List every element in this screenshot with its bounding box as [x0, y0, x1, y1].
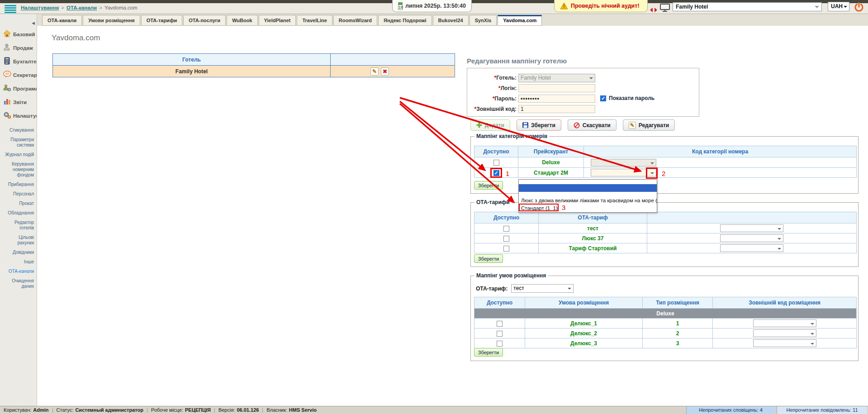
external-code-select[interactable] — [753, 339, 816, 347]
sidebar-sub-hotel-editor[interactable]: Редактор готелів — [0, 219, 36, 232]
save-placement-conditions-button[interactable]: Зберегти — [474, 348, 503, 357]
tab-placement-conditions[interactable]: Умови розміщення — [83, 15, 140, 26]
currency-select[interactable]: UAH — [828, 2, 849, 11]
col-header-ota-tariff: ОТА-тариф — [539, 212, 647, 224]
cancel-button[interactable]: Скасувати — [568, 119, 617, 131]
dropdown-option[interactable]: Люкс з двома великими ліжками та краєвид… — [519, 197, 657, 205]
external-code-select[interactable] — [753, 329, 816, 337]
swap-arrows-icon[interactable] — [650, 6, 657, 10]
room-code-select[interactable] — [591, 159, 656, 167]
tariff-name: тест — [539, 224, 647, 233]
tab-roomswizard[interactable]: RoomsWizard — [333, 15, 377, 26]
tab-bukovel24[interactable]: Bukovel24 — [433, 15, 469, 26]
available-checkbox[interactable] — [497, 331, 503, 337]
power-icon[interactable] — [853, 1, 865, 13]
sidebar-sub-directories[interactable]: Довідники — [0, 249, 36, 256]
delete-icon[interactable]: ✖ — [381, 67, 389, 76]
available-checkbox[interactable] — [503, 246, 509, 252]
tab-ota-tariffs[interactable]: ОТА-тарифи — [141, 15, 183, 26]
sidebar-sub-system-params[interactable]: Параметри системи — [0, 136, 36, 149]
tab-yavdoma[interactable]: Yavdoma.com — [498, 15, 542, 26]
available-checkbox[interactable] — [503, 226, 509, 232]
hotel-select[interactable]: Family Hotel — [673, 2, 822, 11]
sidebar-collapse-icon[interactable]: ◀ — [32, 21, 35, 25]
available-checkbox[interactable] — [493, 160, 499, 166]
table-row: Стандарт 2М — [474, 168, 857, 178]
show-password-checkbox[interactable] — [600, 95, 606, 101]
tab-yandex-travel[interactable]: Яндекс Подорожі — [378, 15, 432, 26]
save-ota-tariffs-button[interactable]: Зберегти — [474, 254, 503, 263]
sidebar-sub-ota-channels[interactable]: ОТА-канали — [0, 268, 36, 275]
sidebar-sub-docking[interactable]: Стикування — [0, 127, 36, 134]
tariff-code-select[interactable] — [720, 234, 783, 242]
edit-button[interactable]: ✎ Редагувати — [623, 119, 675, 131]
save-category-mapping-button[interactable]: Зберегти — [474, 181, 503, 190]
sidebar-sub-rental[interactable]: Прокат — [0, 200, 36, 207]
tab-ota-services[interactable]: ОТА-послуги — [183, 15, 226, 26]
table-row: Делюкс_2 2 — [474, 328, 857, 338]
audit-warning-text: Проведіть нічний аудит! — [571, 3, 640, 9]
unread-messages-badge[interactable]: Непрочитаних повідомлень: 11 — [777, 406, 867, 414]
sidebar-sub-other[interactable]: Інше — [0, 258, 36, 266]
save-button[interactable]: Зберегти — [517, 119, 561, 131]
audit-warning-banner[interactable]: ! Проведіть нічний аудит! — [554, 0, 648, 12]
breadcrumb-ota-channels[interactable]: ОТА-канали — [66, 5, 97, 10]
table-row: Deluxe — [474, 157, 857, 168]
sidebar-sub-housekeeping[interactable]: Прибирання — [0, 181, 36, 188]
breadcrumb: Налаштування>ОТА-канали>Yavdoma.com — [21, 5, 138, 10]
tariff-code-select[interactable] — [720, 224, 783, 232]
tab-travelline[interactable]: TravelLine — [297, 15, 332, 26]
sidebar-sub-room-fund[interactable]: Керування номерним фондом — [0, 161, 36, 179]
available-checkbox[interactable] — [503, 236, 509, 242]
dropdown-option-standard[interactable]: Стандарт (1_1) — [519, 205, 657, 212]
available-checkbox[interactable] — [497, 321, 503, 327]
tab-synxis[interactable]: SynXis — [470, 15, 497, 26]
unread-notifications-badge[interactable]: Непрочитаних сповіщень: 4 — [686, 406, 775, 414]
menu-icon[interactable] — [5, 5, 16, 12]
add-button[interactable]: ✚ Додати — [470, 119, 510, 131]
table-row: Делюкс_1 1 — [474, 319, 857, 328]
sidebar-sub-target-accounts[interactable]: Цільові рахунки — [0, 234, 36, 247]
tariff-code-select[interactable] — [720, 244, 783, 252]
sidebar-sub-data-cleanup[interactable]: Очищення даних — [0, 277, 36, 290]
login-input[interactable] — [518, 84, 595, 92]
sidebar-item-reports[interactable]: Звіти — [0, 97, 37, 109]
sidebar-item-loyalty-program[interactable]: Програма ло — [0, 83, 37, 95]
sidebar-item-basic[interactable]: Базовий — [0, 29, 37, 41]
dropdown-option[interactable] — [519, 180, 657, 184]
col-header-available: Доступно — [474, 212, 539, 224]
status-owner-value: HMS Servio — [289, 406, 317, 414]
hotels-table: Готель Family Hotel ✎ ✖ — [52, 53, 455, 77]
condition-name: Делюкс_2 — [525, 328, 643, 338]
sidebar-sub-equipment[interactable]: Обладнання — [0, 209, 36, 217]
edit-icon[interactable]: ✎ — [370, 67, 379, 76]
dropdown-option[interactable] — [519, 192, 657, 197]
chat-bubble-icon — [3, 71, 11, 80]
password-input[interactable] — [518, 95, 595, 103]
external-code-select[interactable] — [753, 319, 816, 327]
sidebar-item-settings[interactable]: Налаштуван — [0, 110, 37, 122]
breadcrumb-settings[interactable]: Налаштування — [21, 5, 59, 10]
workstation-icon[interactable] — [659, 4, 670, 14]
hotel-field-select[interactable]: Family Hotel — [518, 74, 595, 82]
sidebar-item-secretary[interactable]: Секретар — [0, 70, 37, 81]
sidebar-item-accounting[interactable]: Бухгалтерія — [0, 56, 37, 68]
sidebar-item-sales[interactable]: Продаж — [0, 43, 37, 54]
placement-type: 1 — [643, 319, 713, 328]
external-code-field-label: *Зовнішній код: — [470, 106, 517, 112]
tab-wubook[interactable]: WuBook — [227, 15, 257, 26]
sidebar-sub-staff[interactable]: Персонал — [0, 190, 36, 198]
room-code-select[interactable] — [591, 169, 656, 176]
available-checkbox[interactable] — [493, 170, 499, 176]
house-icon — [3, 30, 11, 39]
status-role-value: Системный администратор — [75, 406, 143, 414]
tab-ota-channels[interactable]: ОТА-канали — [42, 15, 82, 26]
table-row[interactable]: Family Hotel ✎ ✖ — [53, 66, 455, 77]
sidebar-sub-event-log[interactable]: Журнал подій — [0, 151, 36, 158]
tab-yieldplanet[interactable]: YieldPlanet — [259, 15, 296, 26]
external-code-input[interactable] — [518, 105, 595, 113]
dropdown-option-highlighted[interactable] — [519, 184, 657, 192]
ota-tariff-filter-select[interactable]: тест — [511, 284, 574, 293]
svg-text:!: ! — [563, 4, 564, 9]
available-checkbox[interactable] — [497, 341, 503, 347]
